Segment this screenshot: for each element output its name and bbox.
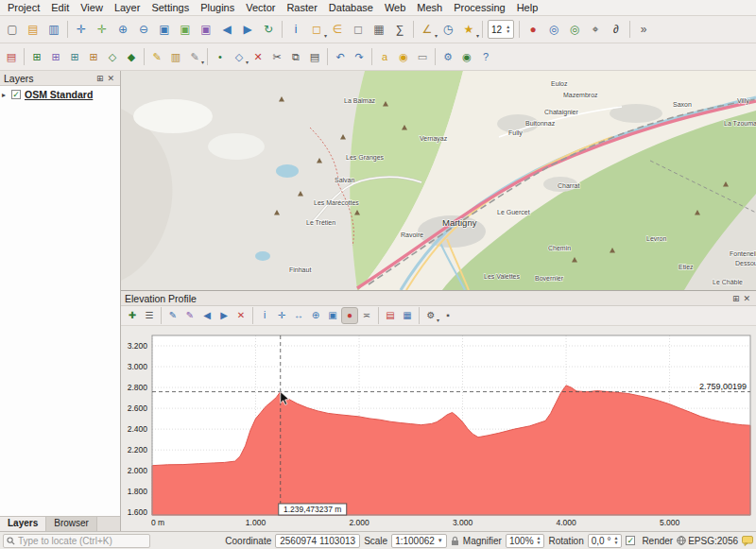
profile-tool-button[interactable]: ∂	[606, 19, 627, 40]
undo-button[interactable]: ↶	[331, 47, 350, 66]
python-console-button[interactable]: ◉	[457, 47, 476, 66]
deselect-features-button[interactable]: ◻	[348, 19, 369, 40]
panel-tab-layers[interactable]: Layers	[0, 517, 46, 531]
spinner-arrows-icon[interactable]: ▲▼	[537, 536, 541, 546]
zoom-next-button[interactable]: ▶	[237, 19, 258, 40]
data-source-manager-button[interactable]: ▤	[2, 47, 21, 66]
zoom-last-button[interactable]: ◀	[216, 19, 237, 40]
add-feature-button[interactable]: •	[211, 47, 230, 66]
select-by-expression-button[interactable]: ∈	[327, 19, 348, 40]
identify-features-button[interactable]: i	[256, 307, 273, 324]
zoom-to-selection-button[interactable]: ▣	[175, 19, 196, 40]
zoom-full-button[interactable]: ▣	[154, 19, 175, 40]
redo-button[interactable]: ↷	[350, 47, 369, 66]
menu-raster[interactable]: Raster	[281, 1, 322, 14]
expander-icon[interactable]: ▸	[2, 91, 11, 99]
menu-mesh[interactable]: Mesh	[411, 1, 448, 14]
zoom-in-button[interactable]: ⊕	[112, 19, 133, 40]
spinner-arrows-icon[interactable]: ▲▼	[506, 25, 510, 35]
menu-project[interactable]: Project	[2, 1, 45, 14]
render-checkbox-box[interactable]	[626, 536, 635, 545]
scale-combo[interactable]: 1:100062 ▼	[391, 534, 447, 548]
menu-help[interactable]: Help	[511, 1, 544, 14]
layer-item[interactable]: ▸OSM Standard	[0, 86, 120, 103]
profile-panel-close-button[interactable]: ✕	[741, 294, 752, 303]
menu-plugins[interactable]: Plugins	[195, 1, 240, 14]
capture-curve-from-feature-button[interactable]: ✎	[181, 307, 198, 324]
nudge-right-button[interactable]: ▶	[215, 307, 232, 324]
show-layer-tree-button[interactable]: ☰	[141, 307, 158, 324]
new-geopackage-layer-button[interactable]: ◆	[122, 47, 141, 66]
panel-tab-browser[interactable]: Browser	[46, 517, 97, 531]
render-checkbox[interactable]: Render	[626, 536, 673, 546]
add-vector-layer-button[interactable]: ⊞	[27, 47, 46, 66]
layers-panel-close-button[interactable]: ✕	[105, 74, 116, 83]
vertex-tool-button[interactable]: ◇▾	[230, 47, 249, 66]
new-bookmark-button[interactable]: ★▾	[458, 19, 479, 40]
rotation-spinner[interactable]: 0,0 ° ▲▼	[588, 534, 623, 548]
temporal-controller-button[interactable]: ◷	[438, 19, 458, 40]
magnifier-spinner[interactable]: 100% ▲▼	[506, 534, 545, 548]
save-layer-edits-button[interactable]: ▥	[166, 47, 185, 66]
layer-labeling-button[interactable]: a	[375, 47, 394, 66]
project-open-button[interactable]: ▤	[23, 19, 43, 40]
help-contents-button[interactable]: ?	[476, 47, 495, 66]
export-as-pdf-button[interactable]: ▤	[382, 307, 399, 324]
lock-scale-icon[interactable]	[451, 536, 459, 546]
zoom-level-spinbox[interactable]: 12▲▼	[488, 20, 514, 39]
layers-panel-float-button[interactable]: ⊞	[94, 74, 106, 83]
menu-processing[interactable]: Processing	[448, 1, 510, 14]
profile-panel-float-button[interactable]: ⊞	[730, 294, 742, 303]
elevation-chart[interactable]: 1.6001.8002.0002.2002.4002.6002.8003.000…	[121, 326, 756, 533]
copy-features-button[interactable]: ⧉	[286, 47, 305, 66]
zoom-to-layer-button[interactable]: ▣	[196, 19, 216, 40]
paste-features-button[interactable]: ▤	[305, 47, 324, 66]
refresh-map-button[interactable]: ↻	[258, 19, 279, 40]
layer-diagram-button[interactable]: ◉	[394, 47, 413, 66]
locate-input[interactable]: Type to locate (Ctrl+K)	[3, 534, 150, 548]
open-attribute-table-button[interactable]: ▦	[369, 19, 389, 40]
menu-layer[interactable]: Layer	[109, 1, 146, 14]
measure-line-button[interactable]: ∠▾	[417, 19, 438, 40]
crs-button[interactable]: EPSG:2056	[677, 536, 738, 546]
select-features-button[interactable]: ◻▾	[306, 19, 327, 40]
zoom-out-button[interactable]: ⊖	[133, 19, 154, 40]
pan-map-button[interactable]: ✛	[71, 19, 92, 40]
lock-axis-scales-button[interactable]: ▪	[439, 307, 456, 324]
menu-edit[interactable]: Edit	[45, 1, 75, 14]
profile-settings-button[interactable]: ⚙▾	[422, 307, 439, 324]
spinner-arrows-icon[interactable]: ▲▼	[613, 536, 618, 546]
nudge-left-button[interactable]: ◀	[198, 307, 215, 324]
export-as-image-button[interactable]: ▦	[399, 307, 416, 324]
pan-profile-button[interactable]: ✛	[273, 307, 290, 324]
coordinate-input[interactable]: 2560974 1103013	[275, 534, 360, 548]
delete-selected-button[interactable]: ✕	[249, 47, 267, 66]
zoom-full-profile-button[interactable]: ▣	[324, 307, 341, 324]
enable-snapping-button[interactable]: ●	[341, 307, 358, 324]
map-canvas[interactable]: La BalmazVernayazLes GrangesSalvanLes Ma…	[121, 71, 756, 290]
quickosm-button[interactable]: ◎	[564, 19, 585, 40]
project-save-button[interactable]: ▥	[43, 19, 64, 40]
capture-curve-button[interactable]: ✎	[164, 307, 181, 324]
layer-visibility-checkbox[interactable]	[11, 90, 21, 99]
menu-vector[interactable]: Vector	[240, 1, 281, 14]
elevation-chart-area[interactable]: 1.6001.8002.0002.2002.4002.6002.8003.000…	[121, 326, 756, 535]
clear-button[interactable]: ✕	[232, 307, 249, 324]
measure-distances-button[interactable]: ≍	[358, 307, 375, 324]
add-delimited-text-layer-button[interactable]: ⊞	[84, 47, 103, 66]
search-layers-button[interactable]: ⌖	[585, 19, 606, 40]
menu-view[interactable]: View	[75, 1, 109, 14]
menu-database[interactable]: Database	[323, 1, 379, 14]
zoom-x-axis-button[interactable]: ↔	[290, 307, 307, 324]
identify-features-button[interactable]: i	[285, 19, 306, 40]
menu-web[interactable]: Web	[379, 1, 411, 14]
osm-place-search-button[interactable]: ●	[523, 19, 543, 40]
toolbar-overflow-button[interactable]: »	[633, 19, 654, 40]
processing-toolbox-button[interactable]: ⚙	[438, 47, 457, 66]
zoom-profile-button[interactable]: ⊕	[307, 307, 324, 324]
add-raster-layer-button[interactable]: ⊞	[46, 47, 65, 66]
new-shapefile-layer-button[interactable]: ◇	[103, 47, 122, 66]
project-new-button[interactable]: ▢	[2, 19, 23, 40]
menu-settings[interactable]: Settings	[146, 1, 195, 14]
current-edits-button[interactable]: ✎▾	[185, 47, 204, 66]
